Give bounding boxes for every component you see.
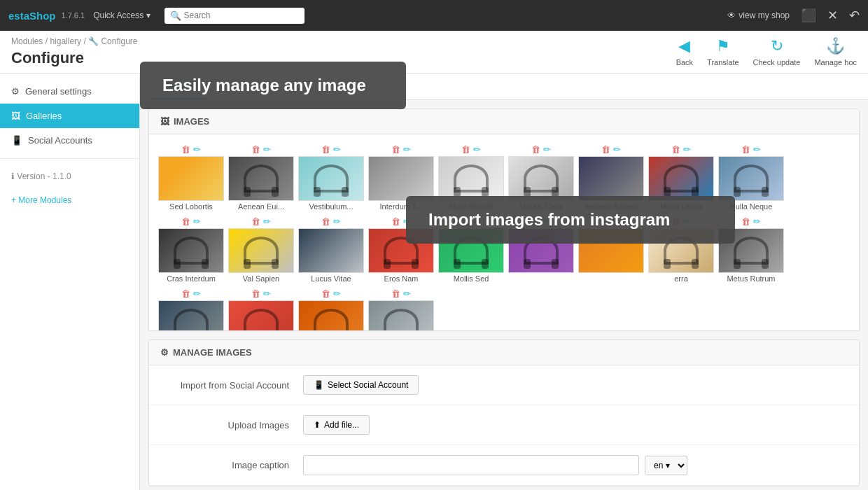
delete-icon[interactable]: 🗑 xyxy=(461,216,470,227)
sidebar-item-label: General settings xyxy=(25,86,92,97)
list-item: 🗑 ✏ Sed Lobortis xyxy=(158,143,225,212)
list-item: 🗑 ✏ Lucus Vitae xyxy=(298,215,365,284)
image-box xyxy=(578,228,644,273)
back-icon: ◀ xyxy=(678,37,690,55)
image-section-icon: 🖼 xyxy=(160,116,169,127)
breadcrumb-higallery[interactable]: higallery xyxy=(50,36,81,46)
check-update-icon: ↻ xyxy=(771,37,783,55)
edit-icon[interactable]: ✏ xyxy=(193,216,201,227)
edit-icon[interactable]: ✏ xyxy=(263,288,271,299)
delete-icon[interactable]: 🗑 xyxy=(321,216,330,227)
delete-icon[interactable]: 🗑 xyxy=(181,144,190,155)
delete-icon[interactable]: 🗑 xyxy=(251,288,260,299)
sidebar-item-galleries[interactable]: 🖼 Galleries xyxy=(0,104,139,128)
search-input[interactable] xyxy=(184,10,296,20)
delete-icon[interactable]: 🗑 xyxy=(601,216,610,227)
delete-icon[interactable]: 🗑 xyxy=(391,216,400,227)
edit-icon[interactable]: ✏ xyxy=(193,288,201,299)
manage-hoc-button[interactable]: ⚓ Manage hoc xyxy=(814,37,857,66)
edit-icon[interactable]: ✏ xyxy=(333,288,341,299)
image-box xyxy=(648,156,714,201)
language-select[interactable]: en ▾ xyxy=(645,456,687,475)
nav-icon-3[interactable]: ↶ xyxy=(849,8,860,23)
sidebar: ⚙ General settings 🖼 Galleries 📱 Social … xyxy=(0,74,140,490)
delete-icon[interactable]: 🗑 xyxy=(671,144,680,155)
delete-icon[interactable]: 🗑 xyxy=(531,144,540,155)
edit-icon[interactable]: ✏ xyxy=(403,144,411,155)
more-modules-button[interactable]: + More Modules xyxy=(0,188,139,212)
top-navigation: estaShop 1.7.6.1 Quick Access ▾ 🔍 👁 view… xyxy=(0,0,868,31)
delete-icon[interactable]: 🗑 xyxy=(251,144,260,155)
edit-icon[interactable]: ✏ xyxy=(473,216,481,227)
delete-icon[interactable]: 🗑 xyxy=(321,144,330,155)
quick-access-button[interactable]: Quick Access ▾ xyxy=(93,10,150,20)
edit-icon[interactable]: ✏ xyxy=(683,216,691,227)
delete-icon[interactable]: 🗑 xyxy=(461,144,470,155)
view-my-shop-button[interactable]: 👁 view my shop xyxy=(727,10,790,20)
list-item: 🗑 ✏ xyxy=(227,287,295,330)
caption-input[interactable] xyxy=(303,455,639,475)
list-item: 🗑 ✏ Mauris Casa xyxy=(507,143,575,212)
image-label: Cras Interdum xyxy=(158,273,224,284)
edit-icon[interactable]: ✏ xyxy=(753,216,761,227)
edit-icon[interactable]: ✏ xyxy=(263,216,271,227)
logo: estaShop xyxy=(8,10,56,22)
select-social-account-button[interactable]: 📱 Select Social Account xyxy=(303,375,419,395)
edit-icon[interactable]: ✏ xyxy=(333,216,341,227)
delete-icon[interactable]: 🗑 xyxy=(671,216,680,227)
image-box xyxy=(718,228,784,273)
edit-icon[interactable]: ✏ xyxy=(613,144,621,155)
image-box xyxy=(298,156,364,201)
caption-label: Image caption xyxy=(163,460,303,470)
delete-icon[interactable]: 🗑 xyxy=(181,288,190,299)
images-section: 🖼 IMAGES 🗑 ✏ Sed Lobortis 🗑 ✏ Aenean Eui… xyxy=(148,108,860,331)
delete-icon[interactable]: 🗑 xyxy=(741,144,750,155)
sidebar-item-social-accounts[interactable]: 📱 Social Accounts xyxy=(0,128,139,153)
image-box xyxy=(648,228,714,273)
list-item: 🗑 ✏ xyxy=(298,287,365,330)
edit-icon[interactable]: ✏ xyxy=(263,144,271,155)
edit-icon[interactable]: ✏ xyxy=(193,144,201,155)
delete-icon[interactable]: 🗑 xyxy=(391,288,400,299)
image-label: Morbi Ligula xyxy=(648,201,714,212)
check-update-button[interactable]: ↻ Check update xyxy=(753,37,801,66)
image-box xyxy=(298,300,364,330)
add-file-button[interactable]: ⬆ Add file... xyxy=(303,415,370,435)
delete-icon[interactable]: 🗑 xyxy=(321,288,330,299)
sidebar-item-label: Galleries xyxy=(26,111,62,121)
back-button[interactable]: ◀ Back xyxy=(676,37,693,66)
sidebar-divider xyxy=(0,158,139,159)
sidebar-item-label: Social Accounts xyxy=(28,135,92,146)
edit-icon[interactable]: ✏ xyxy=(613,216,621,227)
import-label: Import from Social Account xyxy=(163,380,303,391)
breadcrumb-configure[interactable]: Configure xyxy=(101,36,137,46)
sidebar-item-general-settings[interactable]: ⚙ General settings xyxy=(0,79,139,104)
breadcrumb-modules[interactable]: Modules xyxy=(11,36,43,46)
edit-icon[interactable]: ✏ xyxy=(543,216,551,227)
tab-gallery[interactable]: Gallery xyxy=(151,74,208,99)
translate-button[interactable]: ⚑ Translate xyxy=(707,37,738,66)
edit-icon[interactable]: ✏ xyxy=(403,288,411,299)
edit-icon[interactable]: ✏ xyxy=(683,144,691,155)
edit-icon[interactable]: ✏ xyxy=(753,144,761,155)
nav-icon-2[interactable]: ✕ xyxy=(827,8,838,23)
edit-icon[interactable]: ✏ xyxy=(543,144,551,155)
delete-icon[interactable]: 🗑 xyxy=(181,216,190,227)
delete-icon[interactable]: 🗑 xyxy=(741,216,750,227)
nav-icon-1[interactable]: ⬛ xyxy=(801,8,816,23)
images-section-header: 🖼 IMAGES xyxy=(149,109,859,134)
image-box xyxy=(158,300,224,330)
edit-icon[interactable]: ✏ xyxy=(403,216,411,227)
delete-icon[interactable]: 🗑 xyxy=(601,144,610,155)
delete-icon[interactable]: 🗑 xyxy=(531,216,540,227)
edit-icon[interactable]: ✏ xyxy=(333,144,341,155)
list-item: 🗑 ✏ Eros Nam xyxy=(368,215,435,284)
image-label: Interdum T... xyxy=(368,201,434,212)
edit-icon[interactable]: ✏ xyxy=(473,144,481,155)
image-box xyxy=(228,156,294,201)
image-label: Nunc Blandit xyxy=(438,201,504,212)
image-box xyxy=(508,228,574,273)
delete-icon[interactable]: 🗑 xyxy=(391,144,400,155)
image-box xyxy=(578,156,644,201)
delete-icon[interactable]: 🗑 xyxy=(251,216,260,227)
